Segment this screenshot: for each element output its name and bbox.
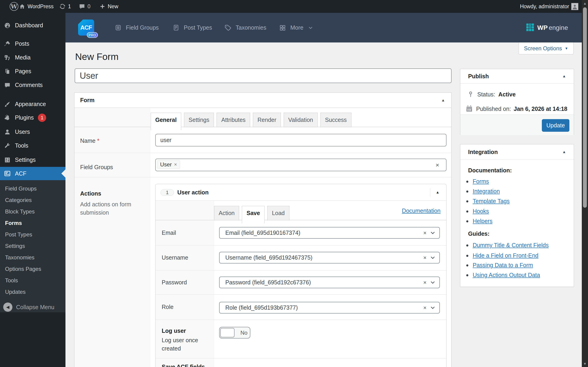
- submenu-item-block-types[interactable]: Block Types: [0, 206, 66, 217]
- user-action-header[interactable]: 1 User action ▲: [155, 184, 446, 200]
- guide-link-actions-output[interactable]: Using Actions Output Data: [473, 272, 540, 278]
- role-label: Role: [162, 304, 173, 310]
- field-groups-select[interactable]: User× ×: [155, 158, 446, 171]
- action-collapse-icon[interactable]: ▲: [436, 184, 439, 200]
- sidebar-item-tools[interactable]: Tools: [0, 139, 66, 152]
- sidebar-item-media[interactable]: Media: [0, 51, 66, 64]
- sidebar-item-plugins[interactable]: Plugins 1: [0, 111, 66, 124]
- documentation-section-label: Documentation:: [468, 167, 512, 174]
- tab-save[interactable]: Save: [242, 206, 264, 223]
- scrollbar-thumb[interactable]: [583, 7, 587, 208]
- dropdown-icon[interactable]: [430, 280, 436, 285]
- role-select[interactable]: Role (field_695d193b67377) ×: [219, 302, 440, 314]
- tab-action[interactable]: Action: [214, 206, 239, 220]
- updates-icon: [59, 3, 66, 10]
- integration-collapse-icon[interactable]: ▲: [562, 150, 566, 154]
- remove-tag-icon[interactable]: ×: [174, 162, 177, 167]
- submenu-item-post-types[interactable]: Post Types: [0, 229, 66, 240]
- doc-link-item: Helpers: [473, 218, 493, 225]
- avatar[interactable]: [571, 0, 578, 13]
- tab-attributes[interactable]: Attributes: [217, 113, 250, 127]
- dropdown-icon[interactable]: [430, 305, 436, 311]
- documentation-link[interactable]: Documentation: [402, 208, 441, 214]
- doc-link-forms[interactable]: Forms: [473, 178, 489, 184]
- updates-menu[interactable]: 1: [59, 0, 71, 13]
- comments-menu[interactable]: 0: [79, 0, 91, 13]
- clear-icon[interactable]: ×: [423, 279, 426, 286]
- tab-validation[interactable]: Validation: [284, 113, 318, 127]
- form-title-input[interactable]: [75, 68, 452, 83]
- integration-panel-title: Integration: [468, 149, 498, 155]
- header-nav-more[interactable]: More: [279, 13, 313, 42]
- avatar-icon: [571, 3, 578, 10]
- sidebar-item-comments[interactable]: Comments: [0, 78, 66, 92]
- header-nav-label: More: [290, 24, 303, 31]
- sidebar-item-label: Posts: [15, 40, 29, 47]
- guide-link-passing-data[interactable]: Passing Data to a Form: [473, 262, 533, 268]
- scrollbar[interactable]: ▲ ▼: [582, 0, 588, 367]
- submenu-item-settings[interactable]: Settings: [0, 241, 66, 251]
- submenu-item-taxonomies[interactable]: Taxonomies: [0, 252, 66, 263]
- sidebar-item-users[interactable]: Users: [0, 125, 66, 138]
- sidebar-item-pages[interactable]: Pages: [0, 65, 66, 78]
- doc-link-integration[interactable]: Integration: [473, 188, 500, 194]
- admin-bar: W WordPress 1 0 New Howdy, a: [0, 0, 588, 13]
- clear-icon[interactable]: ×: [423, 255, 426, 261]
- user-action-accordion: 1 User action ▲ Action Save Load Documen…: [155, 184, 446, 367]
- guide-link-hide-field[interactable]: Hide a Field on Front-End: [473, 252, 538, 259]
- password-select[interactable]: Password (field_695d192c67376) ×: [219, 276, 440, 288]
- tab-settings[interactable]: Settings: [184, 113, 214, 127]
- site-name-label: WordPress: [27, 3, 53, 10]
- field-group-tag[interactable]: User×: [157, 160, 180, 169]
- submenu-item-tools[interactable]: Tools: [0, 275, 66, 286]
- plugins-icon: [4, 114, 11, 121]
- scroll-up-icon[interactable]: ▲: [582, 1, 588, 5]
- log-user-toggle[interactable]: No: [219, 327, 250, 339]
- guide-link-dummy-title[interactable]: Dummy Title & Content Fields: [473, 242, 549, 248]
- clear-field-groups-icon[interactable]: ×: [436, 162, 439, 169]
- sidebar-item-appearance[interactable]: Appearance: [0, 98, 66, 111]
- submenu-item-options-pages[interactable]: Options Pages: [0, 264, 66, 275]
- screen-options-button[interactable]: Screen Options ▼: [519, 42, 573, 54]
- site-name-menu[interactable]: WordPress: [19, 0, 53, 13]
- new-menu[interactable]: New: [99, 0, 118, 13]
- chevron-down-icon: [308, 25, 313, 31]
- tab-general[interactable]: General: [151, 113, 181, 130]
- sidebar-item-posts[interactable]: Posts: [0, 37, 66, 50]
- sidebar-item-label: Appearance: [15, 101, 46, 108]
- header-nav-post-types[interactable]: Post Types: [173, 13, 212, 42]
- form-panel-collapse-icon[interactable]: ▲: [441, 98, 445, 102]
- doc-link-template-tags[interactable]: Template Tags: [473, 198, 510, 204]
- tab-success[interactable]: Success: [320, 113, 351, 127]
- clear-icon[interactable]: ×: [423, 230, 426, 236]
- submenu-item-field-groups[interactable]: Field Groups: [0, 183, 66, 194]
- actions-help: Add actions on form submission: [80, 200, 137, 217]
- wordpress-logo-menu[interactable]: W: [10, 0, 18, 13]
- header-nav-field-groups[interactable]: Field Groups: [115, 13, 159, 42]
- dropdown-icon[interactable]: [430, 230, 436, 236]
- username-select[interactable]: Username (field_695d192467375) ×: [219, 252, 440, 264]
- updates-count: 1: [68, 3, 71, 10]
- sidebar-item-settings[interactable]: Settings: [0, 153, 66, 167]
- email-select[interactable]: Email (field_695d190167374) ×: [219, 227, 440, 239]
- name-input[interactable]: [155, 134, 446, 146]
- header-nav-taxonomies[interactable]: Taxonomies: [224, 13, 266, 42]
- doc-link-hooks[interactable]: Hooks: [473, 208, 489, 214]
- clear-icon[interactable]: ×: [423, 305, 426, 311]
- account-menu[interactable]: Howdy, administrator: [520, 0, 569, 13]
- submenu-item-updates[interactable]: Updates: [0, 286, 66, 297]
- sidebar-item-dashboard[interactable]: Dashboard: [0, 19, 66, 32]
- submenu-item-forms[interactable]: Forms: [0, 217, 66, 229]
- tab-render[interactable]: Render: [253, 113, 281, 127]
- submenu-item-categories[interactable]: Categories: [0, 195, 66, 206]
- scroll-down-icon[interactable]: ▼: [582, 362, 588, 366]
- dropdown-icon[interactable]: [430, 255, 436, 261]
- collapse-menu-button[interactable]: ◀ Collapse Menu: [0, 301, 66, 313]
- wordpress-logo-icon: W: [10, 2, 18, 11]
- sidebar-item-acf[interactable]: ACF: [0, 167, 66, 180]
- update-button[interactable]: Update: [542, 119, 569, 132]
- doc-link-helpers[interactable]: Helpers: [473, 218, 493, 224]
- tab-load[interactable]: Load: [267, 206, 290, 220]
- password-label: Password: [162, 279, 187, 286]
- publish-collapse-icon[interactable]: ▲: [562, 74, 566, 78]
